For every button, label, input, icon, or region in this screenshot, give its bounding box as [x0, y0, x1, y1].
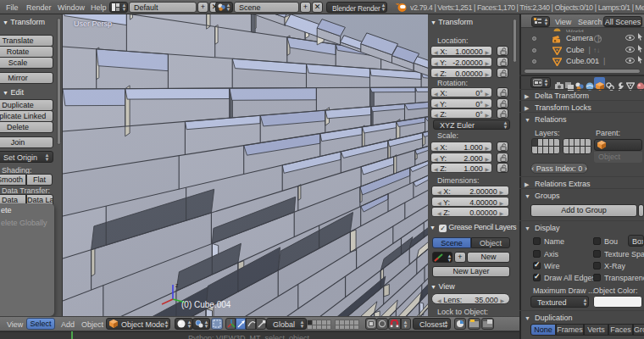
- svg-text:z: z: [175, 282, 179, 288]
- svg-text:(0) Cube.004: (0) Cube.004: [181, 300, 231, 309]
